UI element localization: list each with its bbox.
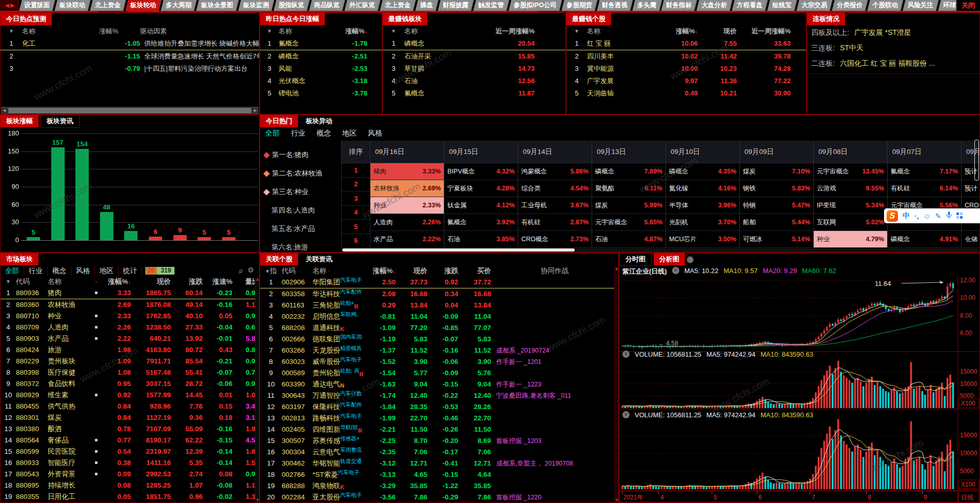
market-row[interactable]: 8880398医疗保健1.085167.4855.41-0.070.75: [1, 367, 259, 378]
ime-mic-icon[interactable]: [946, 211, 952, 220]
input-method-toolbar[interactable]: S 中 ·, ☺ ✎: [884, 208, 980, 223]
hot-cell[interactable]: 半导体3.96%: [666, 197, 739, 214]
market-filter-3[interactable]: 风格: [71, 266, 95, 276]
menu-tab-12[interactable]: 财报披露: [438, 0, 474, 11]
menu-tab-17[interactable]: 多头鹰: [632, 0, 662, 11]
rank-list-item[interactable]: 第四名:人造肉: [271, 205, 315, 216]
sector-row[interactable]: 2石油开采15.85: [383, 50, 565, 63]
ime-punct-button[interactable]: ·,: [914, 212, 919, 220]
market-filter-2[interactable]: 概念: [48, 266, 71, 276]
related-row[interactable]: 18002766*ST索菱汽车电子-3.134.65-0.154.64: [260, 469, 618, 480]
tab-intraday[interactable]: 分时图: [619, 253, 652, 266]
hot-cell[interactable]: 钛金属4.12%: [444, 197, 518, 214]
menu-tab-15[interactable]: 参股期货: [561, 0, 597, 11]
hot-cell[interactable]: 仓储: [962, 231, 980, 248]
market-row[interactable]: 19880355日用化工0.051851.750.96-0.021.32: [1, 491, 259, 502]
menu-tab-6[interactable]: 板块监测: [238, 0, 274, 11]
hot-cell[interactable]: 种业4.79%: [814, 231, 887, 248]
market-filter-4[interactable]: 地区: [95, 266, 119, 276]
v-scrollbar[interactable]: [255, 277, 260, 502]
market-filter-1[interactable]: 行业: [24, 266, 48, 276]
menu-tab-13[interactable]: 触发监管: [473, 0, 509, 11]
related-row[interactable]: 16300304云意电气车用整流-2.357.06-0.177.06: [260, 447, 618, 458]
hot-cell[interactable]: 工业母机3.67%: [518, 197, 592, 214]
market-filter-0[interactable]: 全部: [1, 266, 24, 276]
menu-tab-14[interactable]: 参股拟IPO公司: [508, 0, 562, 11]
menu-tab-5[interactable]: 板块全景图: [196, 0, 239, 11]
sort-icon[interactable]: ▼: [1, 25, 22, 37]
hot-cell[interactable]: 船舶5.44%: [740, 214, 813, 231]
hot-cell[interactable]: 预计: [962, 180, 980, 197]
rank-list-item[interactable]: 第三名:种业: [264, 187, 308, 197]
ime-emoji-button[interactable]: ☺: [924, 212, 931, 220]
related-row[interactable]: 12603197保隆科技汽车配件-1.8428.35-0.5328.26: [260, 401, 618, 413]
market-filter-5[interactable]: 统计: [119, 266, 142, 276]
ime-pencil-icon[interactable]: ✎: [935, 212, 942, 220]
menu-nav-arrows[interactable]: ◀ ▶: [0, 0, 19, 11]
scroll-right-icon[interactable]: ►: [252, 107, 259, 114]
hot-cell[interactable]: IP变现5.34%: [814, 197, 887, 214]
sector-row[interactable]: 4石油12.56: [383, 75, 565, 87]
menu-tab-25[interactable]: 风险关注: [903, 0, 938, 11]
hot-cell[interactable]: 氮化镓4.16%: [666, 180, 739, 197]
scroll-thumb[interactable]: [342, 248, 575, 252]
stock-row[interactable]: 1红 宝 丽10.067.5533.63: [566, 37, 806, 50]
v-scrollbar[interactable]: [974, 140, 979, 181]
forecast-row[interactable]: 1化工-1.05供给难抬升叠加需求增长 烧碱价格大幅跳涨: [1, 37, 259, 50]
hot-cell[interactable]: 磷概念7.89%: [592, 163, 665, 180]
yday-row[interactable]: 3风能-2.53: [260, 63, 382, 75]
tab-today-hot[interactable]: 今日热门: [260, 115, 298, 127]
hot-cell[interactable]: 石油3.85%: [444, 231, 518, 248]
sort-icon[interactable]: ▼: [265, 268, 270, 274]
tab-analysis[interactable]: 分析图: [654, 253, 685, 265]
rank-list-item[interactable]: 第二名:农林牧渔: [264, 168, 322, 179]
hot-cell[interactable]: 氟概念7.17%: [888, 163, 961, 180]
rank-list-item[interactable]: 第一名:猪肉: [264, 150, 308, 160]
back-arrow-icon[interactable]: ◀: [5, 2, 9, 9]
hot-cell[interactable]: 综合类4.54%: [518, 180, 592, 197]
hot-cell[interactable]: 可燃冰5.14%: [740, 231, 813, 248]
yday-row[interactable]: 1氟概念-1.78: [260, 37, 382, 50]
hot-cell[interactable]: MCU芯片3.50%: [666, 231, 739, 248]
hot-filter-2[interactable]: 概念: [317, 129, 331, 138]
menu-tab-4[interactable]: 多大周期: [161, 0, 197, 11]
market-row[interactable]: 9880372食品饮料0.953037.1528.72-0.060.98: [1, 378, 259, 390]
hot-cell[interactable]: 有机硅2.87%: [518, 214, 592, 231]
chevron-icon[interactable]: ˅: [622, 411, 630, 418]
related-row[interactable]: 9000589贵州轮胎轮胎; 再R-1.545.77-0.095.76: [260, 367, 618, 379]
sogou-logo-icon[interactable]: S: [887, 210, 898, 222]
related-row[interactable]: 19688288鸿泉物联K-3.2935.85-1.2235.85: [260, 480, 618, 492]
market-row[interactable]: 10880929维生素0.921577.9914.450.011.08: [1, 390, 259, 401]
menu-tab-16[interactable]: 财务透视: [597, 0, 633, 11]
hot-filter-4[interactable]: 风格: [368, 129, 382, 138]
hot-cell[interactable]: 云游戏9.55%: [814, 180, 887, 197]
rank-list-item[interactable]: 第六名:旅游: [271, 242, 308, 253]
stock-row[interactable]: 5天润曲轴0.4910.2130.90: [566, 87, 806, 100]
history-clock-icon[interactable]: ◷: [687, 256, 694, 263]
hot-filter-3[interactable]: 地区: [342, 129, 357, 138]
rank-list-item[interactable]: 第五名:水产品: [271, 224, 315, 234]
close-button[interactable]: 关闭: [956, 0, 980, 11]
menu-tab-7[interactable]: 股指纵览: [273, 0, 309, 11]
related-row[interactable]: 3601163三角轮胎轮胎+R0.2913.840.0413.84: [260, 300, 618, 311]
tab-sector-move[interactable]: 板块异动: [300, 115, 338, 127]
related-row[interactable]: 14002405四维图新导航(软R-2.2111.50-0.2611.50: [260, 424, 618, 435]
market-row[interactable]: 4880709人造肉2.261238.5027.33-0.040.63: [1, 322, 259, 333]
market-row[interactable]: 7880229贵州板块1.097911.7185.54-0.210.92: [1, 356, 259, 367]
market-row[interactable]: 6880424旅游1.984163.8080.720.430.87: [1, 344, 259, 356]
related-row[interactable]: 1002906华阳集团汽车电子2.5037.730.9237.72: [260, 277, 618, 288]
menu-tab-26[interactable]: 环球市场: [938, 0, 956, 11]
hot-cell[interactable]: 农林牧渔2.69%: [370, 180, 444, 197]
market-row[interactable]: 11880455供气供热0.84928.967.760.153.40: [1, 401, 259, 412]
hot-cell[interactable]: 猪肉3.33%: [370, 163, 444, 180]
hot-cell[interactable]: 人造肉2.26%: [370, 214, 444, 231]
sort-icon[interactable]: ▼: [566, 25, 587, 37]
menu-tab-20[interactable]: 方程看盘: [732, 0, 768, 11]
hot-cell[interactable]: 宁夏板块4.28%: [444, 180, 518, 197]
yday-row[interactable]: 4光伏概念-3.18: [260, 75, 382, 87]
hot-cell[interactable]: 氟概念3.92%: [444, 214, 518, 231]
hot-cell[interactable]: 有机硅6.14%: [888, 180, 961, 197]
menu-tab-24[interactable]: 个股联动: [867, 0, 903, 11]
menu-tab-21[interactable]: 短线宝: [767, 0, 797, 11]
tab-related-stocks[interactable]: 关联个股: [260, 253, 298, 265]
